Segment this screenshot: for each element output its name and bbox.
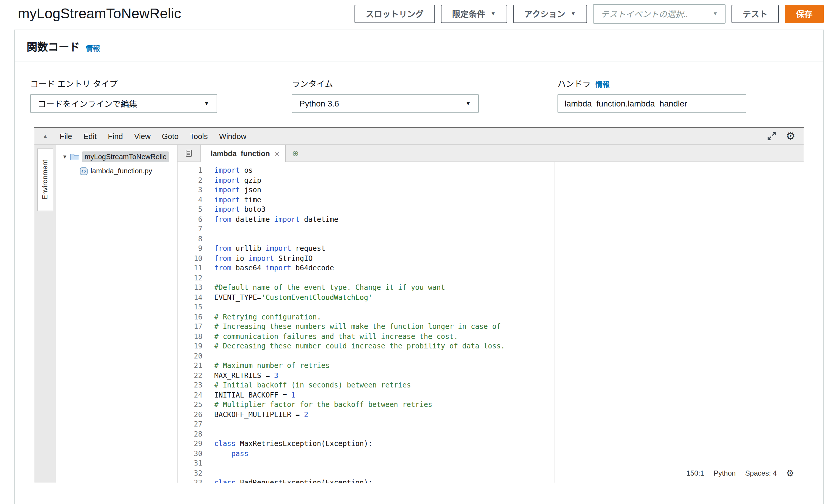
menu-item-view[interactable]: View [134, 132, 150, 141]
gutter-line-number[interactable]: 9 [178, 244, 202, 253]
menu-item-file[interactable]: File [60, 132, 72, 141]
gutter-line-number[interactable]: 31 [178, 458, 202, 468]
gutter-line-number[interactable]: 25 [178, 400, 202, 410]
code-line[interactable] [214, 429, 804, 439]
gutter-line-number[interactable]: 4 [178, 195, 202, 205]
code-entry-type-select[interactable]: コードをインラインで編集 ▼ [30, 94, 217, 113]
tree-file-row[interactable]: lambda_function.py [56, 164, 177, 178]
test-button[interactable]: テスト [731, 4, 779, 23]
gutter-line-number[interactable]: 23 [178, 380, 202, 390]
fullscreen-icon[interactable] [767, 131, 777, 141]
code-line[interactable] [214, 224, 804, 234]
handler-label-row: ハンドラ 情報 [557, 77, 746, 89]
gutter-line-number[interactable]: 27 [178, 419, 202, 429]
close-tab-icon[interactable]: × [274, 149, 279, 158]
gutter-line-number[interactable]: 21 [178, 361, 202, 371]
code-line[interactable]: # Increasing these numbers will make the… [214, 322, 804, 331]
gutter-line-number[interactable]: 6 [178, 214, 202, 224]
code-line[interactable]: from urllib import request [214, 244, 804, 253]
gutter-line-number[interactable]: 29 [178, 439, 202, 449]
new-tab-icon[interactable]: ⊕ [292, 145, 299, 162]
code-line[interactable]: from datetime import datetime [214, 214, 804, 224]
code-line[interactable]: BACKOFF_MULTIPLIER = 2 [214, 410, 804, 419]
gutter-line-number[interactable]: 10 [178, 253, 202, 263]
gutter-line-number[interactable]: 28 [178, 429, 202, 439]
gutter-line-number[interactable]: 7 [178, 224, 202, 234]
code-line[interactable] [214, 419, 804, 429]
tab-lambda-function[interactable]: lambda_function × [201, 145, 286, 162]
save-button[interactable]: 保存 [785, 4, 824, 23]
code-line[interactable]: EVENT_TYPE='CustomEventCloudWatchLog' [214, 292, 804, 302]
menu-item-edit[interactable]: Edit [84, 132, 97, 141]
qualifiers-button[interactable]: 限定条件 ▼ [441, 4, 507, 23]
collapse-menu-icon[interactable]: ▲ [42, 133, 48, 139]
code-line[interactable]: #Default name of the event type. Change … [214, 283, 804, 292]
code-line[interactable]: import os [214, 166, 804, 175]
gutter-line-number[interactable]: 14 [178, 292, 202, 302]
panel-info-link[interactable]: 情報 [86, 42, 100, 53]
code-line[interactable]: class MaxRetriesException(Exception): [214, 439, 804, 449]
gutter-line-number[interactable]: 1 [178, 166, 202, 175]
code-line[interactable]: class BadRequestException(Exception): [214, 478, 804, 483]
code-line[interactable] [214, 302, 804, 312]
code-line[interactable] [214, 273, 804, 283]
gutter-line-number[interactable]: 20 [178, 351, 202, 361]
gutter-line-number[interactable]: 22 [178, 371, 202, 380]
gutter-line-number[interactable]: 17 [178, 322, 202, 331]
runtime-select[interactable]: Python 3.6 ▼ [292, 94, 479, 113]
code-line[interactable]: # Multiplier factor for the backoff betw… [214, 400, 804, 410]
actions-button[interactable]: アクション ▼ [513, 4, 587, 23]
statusbar-settings-icon[interactable]: ⚙ [786, 469, 794, 478]
gutter-line-number[interactable]: 33 [178, 478, 202, 483]
code-line[interactable]: # Retrying configuration. [214, 312, 804, 322]
gutter-line-number[interactable]: 15 [178, 302, 202, 312]
test-event-select[interactable]: テストイベントの選択.. ▼ [593, 4, 726, 23]
indent-setting[interactable]: Spaces: 4 [745, 468, 777, 478]
code-line[interactable] [214, 351, 804, 361]
gutter-line-number[interactable]: 2 [178, 175, 202, 185]
gutter-line-number[interactable]: 32 [178, 468, 202, 478]
gutter-line-number[interactable]: 30 [178, 449, 202, 458]
gutter-line-number[interactable]: 18 [178, 331, 202, 341]
tab-list-icon[interactable] [178, 145, 201, 162]
code-line[interactable]: MAX_RETRIES = 3 [214, 371, 804, 380]
code-line[interactable]: import time [214, 195, 804, 205]
code-line[interactable] [214, 458, 804, 468]
code-line[interactable] [214, 234, 804, 244]
gutter-line-number[interactable]: 19 [178, 341, 202, 351]
code-line[interactable]: # Maximum number of retries [214, 361, 804, 371]
handler-input[interactable] [557, 94, 746, 113]
code-line[interactable]: import boto3 [214, 205, 804, 214]
code-line[interactable]: # communication failures and that will i… [214, 331, 804, 341]
code-line[interactable]: import json [214, 185, 804, 195]
menu-item-window[interactable]: Window [219, 132, 247, 141]
gutter-line-number[interactable]: 12 [178, 273, 202, 283]
code-line[interactable]: pass [214, 449, 804, 458]
gutter-line-number[interactable]: 8 [178, 234, 202, 244]
code-line[interactable]: INITIAL_BACKOFF = 1 [214, 390, 804, 400]
tree-folder-name: myLogStreamToNewRelic [82, 151, 169, 162]
gutter-line-number[interactable]: 5 [178, 205, 202, 214]
gutter-line-number[interactable]: 13 [178, 283, 202, 292]
syntax-mode[interactable]: Python [714, 468, 736, 478]
gutter-line-number[interactable]: 11 [178, 263, 202, 273]
gutter-line-number[interactable]: 3 [178, 185, 202, 195]
code-line[interactable]: import gzip [214, 175, 804, 185]
handler-info-link[interactable]: 情報 [595, 79, 609, 89]
menu-item-tools[interactable]: Tools [190, 132, 208, 141]
gutter-line-number[interactable]: 26 [178, 410, 202, 419]
gutter-line-number[interactable]: 24 [178, 390, 202, 400]
environment-tab[interactable]: Environment [37, 148, 53, 211]
code-line[interactable]: # Decreasing these number could increase… [214, 341, 804, 351]
menu-item-find[interactable]: Find [108, 132, 123, 141]
editor-settings-icon[interactable]: ⚙ [786, 131, 796, 141]
code-line[interactable]: from base64 import b64decode [214, 263, 804, 273]
code-area[interactable]: 1234567891011121314151617181920212223242… [178, 162, 804, 483]
code-line[interactable]: # Initial backoff (in seconds) between r… [214, 380, 804, 390]
code-line[interactable]: from io import StringIO [214, 253, 804, 263]
throttle-button[interactable]: スロットリング [355, 4, 435, 23]
gutter-line-number[interactable]: 16 [178, 312, 202, 322]
menu-item-goto[interactable]: Goto [162, 132, 178, 141]
cursor-position[interactable]: 150:1 [687, 468, 704, 478]
tree-folder-row[interactable]: ▼ myLogStreamToNewRelic [56, 150, 177, 164]
